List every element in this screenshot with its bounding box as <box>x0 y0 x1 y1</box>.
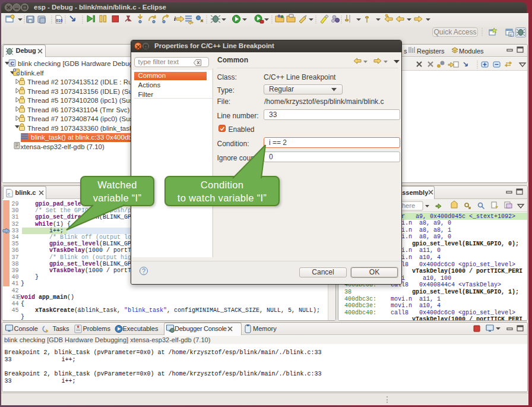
svg-text:C: C <box>510 33 513 37</box>
svg-text:i: i <box>174 15 176 22</box>
svg-text:010: 010 <box>56 18 63 23</box>
svg-text:c: c <box>7 191 10 197</box>
svg-text:C: C <box>10 61 14 67</box>
svg-text:here: here <box>402 202 415 209</box>
